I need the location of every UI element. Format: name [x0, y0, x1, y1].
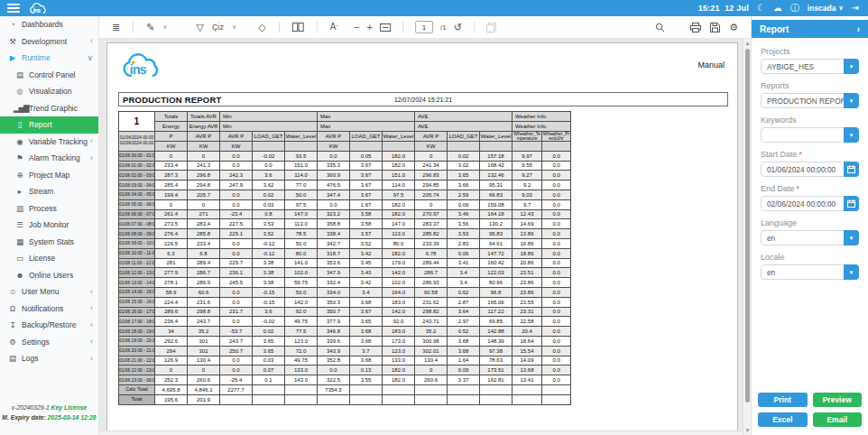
- horizontal-scrollbar[interactable]: [99, 430, 743, 435]
- sidebar-item-logs[interactable]: ▤Logs‹: [0, 350, 98, 367]
- sidebar-item-label: Report: [29, 120, 52, 129]
- sidebar-item-trend-graphic[interactable]: ▂▅▇Trend Graphic: [0, 100, 98, 117]
- calendar-icon[interactable]: [844, 162, 859, 177]
- dropdown-arrow-icon[interactable]: ▾: [844, 59, 859, 74]
- language-select[interactable]: en▾: [761, 230, 859, 245]
- alarm-megaphone-icon: ⚑: [14, 153, 25, 162]
- text-size-icon[interactable]: Aˆ: [330, 23, 338, 32]
- pen-annotate-icon[interactable]: ✎: [146, 23, 154, 32]
- table-row: 01/06 14:00 - 15:0058.960.60.0-0.1550.03…: [119, 288, 571, 298]
- sidebar-item-system-stats[interactable]: ▦System Stats: [0, 234, 98, 251]
- sidebar-item-label: Alarm Tracking: [29, 153, 80, 162]
- sidebar-item-alarm-tracking[interactable]: ⚑Alarm Tracking‹: [0, 150, 98, 167]
- table-row: 01/06 09:00 - 10:00226.5233.40.0-0.1250.…: [119, 239, 571, 249]
- row-time-label: 01/06 12:00 - 13:00: [119, 268, 155, 278]
- dropdown-arrow-icon[interactable]: ▾: [844, 264, 859, 280]
- print-button[interactable]: Print: [758, 393, 808, 407]
- trend-chart-icon: ▂▅▇: [14, 104, 25, 113]
- start-date-input[interactable]: 01/06/2024 00:00:00: [761, 162, 859, 177]
- email-button[interactable]: Email: [813, 412, 863, 427]
- version-line: v-20240329-1 Key License: [0, 403, 98, 413]
- vertical-scrollbar[interactable]: ▲ ▼: [743, 39, 751, 435]
- sidebar-item-dashboards[interactable]: ◔Dashboards: [0, 16, 98, 33]
- export-copy-icon[interactable]: [486, 23, 496, 32]
- zoom-out-icon[interactable]: −: [354, 23, 359, 32]
- reports-select[interactable]: PRODUCTION REPORT▾: [761, 93, 859, 108]
- sidebar-item-label: Process: [29, 204, 57, 213]
- sidebar-item-notifications[interactable]: ΩNotifications‹: [0, 301, 98, 318]
- sidebar-item-label: Job Monitor: [29, 220, 69, 229]
- scrollbar-thumb[interactable]: [745, 49, 750, 403]
- scroll-up-icon[interactable]: ▲: [743, 39, 751, 48]
- sidebar-item-visualization[interactable]: ◎Visualization: [0, 83, 98, 100]
- sidebar-item-backup-restore[interactable]: ↧Backup/Restore‹: [0, 317, 98, 334]
- sidebar-item-control-panel[interactable]: ▤Control Panel: [0, 67, 98, 84]
- printer-icon[interactable]: [690, 23, 701, 32]
- report-mode-label: Manual: [697, 60, 725, 69]
- sidebar-item-runtime[interactable]: ▶Runtime∨: [0, 50, 98, 67]
- collapse-panel-icon[interactable]: ›: [857, 24, 860, 34]
- two-page-view-icon[interactable]: [292, 23, 304, 32]
- report-title-bar: PRODUCTION REPORT 12/07/2024 15:21:21: [118, 92, 728, 106]
- eraser-icon[interactable]: ◇: [258, 23, 265, 32]
- sidebar-item-settings[interactable]: ⚙Settings‹: [0, 334, 98, 351]
- info-icon[interactable]: ⓘ: [790, 4, 799, 13]
- account-menu[interactable]: inscada∨: [808, 4, 844, 13]
- preview-button[interactable]: Preview: [813, 393, 863, 407]
- sidebar-item-process[interactable]: ▥Process: [0, 200, 98, 218]
- sidebar-item-job-monitor[interactable]: ☰Job Monitor: [0, 217, 98, 234]
- filter-funnel-icon[interactable]: ▽: [197, 23, 204, 32]
- sidebar-item-label: User Menu: [22, 287, 60, 296]
- save-icon[interactable]: [710, 23, 720, 32]
- search-icon[interactable]: [655, 23, 665, 32]
- required-asterisk: *: [799, 150, 803, 159]
- calendar-icon[interactable]: [844, 196, 859, 211]
- keywords-select[interactable]: ▾: [761, 127, 859, 143]
- draw-tool-label[interactable]: Çiz: [212, 23, 224, 32]
- sidebar-item-report[interactable]: ▯Report: [0, 116, 98, 134]
- sidebar-item-variable-tracking[interactable]: ◉Variable Tracking‹: [0, 134, 98, 151]
- locale-select[interactable]: en▾: [761, 264, 859, 280]
- sidebar-item-license[interactable]: ▭License: [0, 250, 98, 267]
- sidebar-item-user-menu[interactable]: ☺User Menu‹: [0, 283, 98, 301]
- projects-select[interactable]: AYBIGE_HES▾: [761, 59, 859, 74]
- dropdown-arrow-icon[interactable]: ▾: [844, 127, 859, 143]
- hamburger-menu-icon[interactable]: [7, 4, 20, 13]
- runtime-play-icon: ▶: [6, 53, 18, 62]
- table-row: 01/06 08:00 - 09:00276.4285.8225.13.5278…: [119, 229, 571, 239]
- dark-mode-moon-icon[interactable]: ☾: [757, 4, 765, 13]
- row-time-label: 01/06 21:00 - 22:00: [119, 356, 155, 366]
- scroll-down-icon[interactable]: ▼: [743, 426, 751, 435]
- logout-icon[interactable]: ⇥: [852, 4, 859, 13]
- report-viewer: ≣ ✎ ∨ ▽ Çiz ∨ ◇ Aˆ − + 1 /1 ↺: [99, 16, 751, 435]
- sidebar-item-development[interactable]: ⚒Development‹: [0, 33, 98, 51]
- page-number-input[interactable]: 1: [415, 21, 433, 33]
- sidebar-item-project-map[interactable]: ⊕Project Map: [0, 167, 98, 184]
- sidebar-item-online-users[interactable]: ☻Online Users: [0, 267, 98, 284]
- chevron-left-icon: ‹: [90, 37, 93, 45]
- excel-button[interactable]: Excel: [758, 412, 808, 427]
- svg-text:ins: ins: [33, 6, 42, 13]
- outline-panel-icon[interactable]: ≣: [112, 23, 120, 32]
- rotate-icon[interactable]: ↺: [454, 23, 462, 32]
- dropdown-arrow-icon[interactable]: ▾: [844, 93, 859, 108]
- sidebar-item-stream[interactable]: ▸Stream: [0, 183, 98, 200]
- gear-icon[interactable]: ⚙: [729, 23, 738, 32]
- users-group-icon: ☻: [14, 271, 25, 280]
- calc-total-row: Calc Total4,695.84,846.12277.77354.3: [119, 385, 571, 395]
- reports-value: PRODUCTION REPORT: [762, 97, 844, 106]
- zoom-in-icon[interactable]: +: [367, 23, 373, 32]
- row-time-label: 01/06 19:00 - 20:00: [119, 337, 155, 347]
- sidebar-item-label: System Stats: [29, 237, 74, 246]
- chevron-down-icon[interactable]: ∨: [232, 23, 236, 31]
- table-group-row: 1TotalsTotals AVRMinMaxAVEWeather Info: [119, 112, 571, 122]
- dropdown-arrow-icon[interactable]: ▾: [844, 230, 859, 245]
- row-time-label: 01/06 16:00 - 17:00: [119, 307, 155, 317]
- cloud-status-icon[interactable]: ☁: [773, 4, 782, 13]
- end-date-input[interactable]: 02/06/2024 00:00:00: [761, 196, 859, 211]
- fit-width-icon[interactable]: [380, 23, 391, 32]
- stream-camera-icon: ▸: [14, 187, 25, 196]
- inscada-logo[interactable]: ins: [28, 2, 50, 15]
- chevron-down-icon[interactable]: ∨: [162, 23, 167, 31]
- table-row: 01/06 11:00 - 12:00281289.4229.73.38141.…: [119, 258, 571, 268]
